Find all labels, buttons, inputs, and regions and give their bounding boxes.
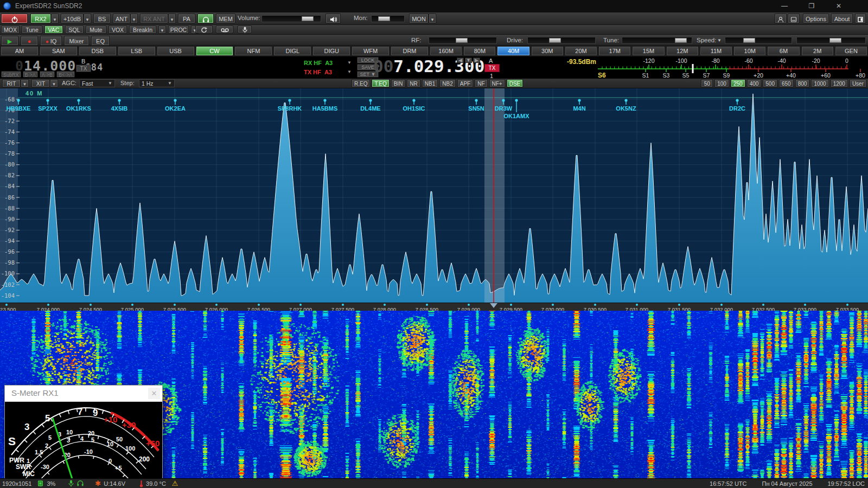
step-select[interactable]: 1 Hz▼ bbox=[139, 79, 175, 87]
power-button[interactable] bbox=[1, 14, 28, 23]
smeter-window-close[interactable]: ✕ bbox=[148, 388, 160, 399]
band-gen[interactable]: GEN bbox=[835, 46, 867, 56]
dsp-apf-button[interactable]: APF bbox=[457, 79, 473, 87]
mode-cw[interactable]: CW bbox=[196, 46, 234, 56]
tb2-proc-button[interactable]: PROC bbox=[168, 25, 189, 34]
ant-dropdown[interactable]: ▼ bbox=[130, 14, 138, 23]
dsp-req-button[interactable]: R.EQ bbox=[352, 79, 370, 87]
freq-right-button[interactable]: ▶ bbox=[473, 57, 480, 63]
rx-select-dropdown[interactable]: ▼ bbox=[51, 14, 59, 23]
tb2-tune-button[interactable]: Tune bbox=[22, 25, 42, 34]
pa-button[interactable]: PA bbox=[178, 14, 195, 23]
tb2-breakin-dropdown[interactable]: ▼ bbox=[158, 25, 166, 34]
rx-ant-dropdown[interactable]: ▼ bbox=[168, 14, 176, 23]
vfo-b-tx-button[interactable]: TX bbox=[76, 65, 91, 72]
about-button[interactable]: About bbox=[831, 14, 853, 23]
iq-button[interactable]: ● IQ bbox=[40, 36, 62, 46]
mixer-button[interactable]: Mixer bbox=[64, 36, 89, 46]
tb2-mute-button[interactable]: Mute bbox=[86, 25, 106, 34]
panorama-spectrum[interactable]: -68-70-72-74-76-78-80-82-84-86-88-90-92-… bbox=[0, 88, 868, 303]
band-80m[interactable]: 80M bbox=[463, 46, 496, 56]
window-titlebar[interactable]: ExpertSDR2 SunSDR2 — ❐ ✕ bbox=[0, 0, 868, 12]
minimize-button[interactable]: — bbox=[773, 0, 796, 12]
record-button[interactable]: ● bbox=[21, 36, 38, 46]
mode-nfm[interactable]: NFM bbox=[234, 46, 272, 56]
close-button[interactable]: ✕ bbox=[827, 0, 851, 12]
xit-dropdown[interactable]: ▼ bbox=[50, 79, 58, 87]
dsp-nb2-button[interactable]: NB2 bbox=[439, 79, 455, 87]
dsp-nf-button[interactable]: NF bbox=[475, 79, 487, 87]
device-button[interactable] bbox=[788, 14, 800, 23]
tb2-vox-button[interactable]: VOX bbox=[108, 25, 127, 34]
band-20m[interactable]: 20M bbox=[565, 46, 597, 56]
mon-dropdown[interactable]: ▼ bbox=[429, 14, 436, 23]
band-10m[interactable]: 10M bbox=[733, 46, 766, 56]
dsp-nf+-button[interactable]: NF+ bbox=[489, 79, 505, 87]
filter-400-button[interactable]: 400 bbox=[747, 79, 762, 87]
mode-digu[interactable]: DIGU bbox=[312, 46, 350, 56]
rit-button[interactable]: RIT bbox=[2, 79, 21, 87]
profile-button[interactable] bbox=[775, 14, 787, 23]
preamp-button[interactable]: +10dB bbox=[61, 14, 84, 23]
tb2-sql-button[interactable]: SQL bbox=[65, 25, 84, 34]
mode-digl[interactable]: DIGL bbox=[273, 46, 311, 56]
filter-100-button[interactable]: 100 bbox=[714, 79, 729, 87]
mode-wfm[interactable]: WFM bbox=[352, 46, 390, 56]
voice-recorder-button[interactable] bbox=[216, 25, 233, 33]
band-160m[interactable]: 160M bbox=[430, 46, 462, 56]
subvfo-subrx-button[interactable]: SubRX bbox=[1, 71, 21, 78]
headphones-button[interactable] bbox=[197, 14, 214, 23]
play-button[interactable]: ▶ bbox=[1, 36, 18, 46]
mode-drm[interactable]: DRM bbox=[391, 46, 429, 56]
xit-button[interactable]: XIT bbox=[31, 79, 50, 87]
mode-am[interactable]: AM bbox=[1, 46, 39, 56]
freq-left-button[interactable]: ◀ bbox=[457, 57, 464, 63]
mem-button[interactable]: MEM bbox=[216, 14, 235, 23]
band-6m[interactable]: 6M bbox=[767, 46, 800, 56]
tx-indicator-button[interactable]: TX bbox=[484, 64, 500, 72]
band-15m[interactable]: 15M bbox=[632, 46, 665, 56]
filter-800-button[interactable]: 800 bbox=[795, 79, 810, 87]
speed-slider[interactable] bbox=[725, 37, 792, 44]
rx-select-button[interactable]: RX2 bbox=[30, 14, 51, 23]
filter-50-button[interactable]: 50 bbox=[701, 79, 713, 87]
tb2-mox-button[interactable]: MOX bbox=[1, 25, 20, 34]
mode-dsb[interactable]: DSB bbox=[79, 46, 117, 56]
band-17m[interactable]: 17M bbox=[598, 46, 631, 56]
drive-slider[interactable] bbox=[527, 37, 596, 44]
mode-usb[interactable]: USB bbox=[157, 46, 195, 56]
mode-sam[interactable]: SAM bbox=[40, 46, 78, 56]
mode-lsb[interactable]: LSB bbox=[118, 46, 156, 56]
filter-1000-button[interactable]: 1000 bbox=[811, 79, 828, 87]
mon-button[interactable]: MON bbox=[409, 14, 429, 23]
speaker-button[interactable] bbox=[326, 14, 341, 23]
agc-select[interactable]: Fast▼ bbox=[79, 79, 115, 87]
rf-slider[interactable] bbox=[429, 37, 497, 44]
frequency-axis[interactable]: 023.5007.024.0007.024.5007.025.0007.025.… bbox=[0, 303, 868, 311]
band-30m[interactable]: 30M bbox=[531, 46, 564, 56]
smeter-window-titlebar[interactable]: S-Meter RX1 ✕ bbox=[5, 386, 162, 402]
freq-down-button[interactable]: ▼ bbox=[465, 57, 472, 63]
filter-500-button[interactable]: 500 bbox=[763, 79, 777, 87]
rit-dropdown[interactable]: ▼ bbox=[21, 79, 29, 87]
mon-slider[interactable] bbox=[371, 15, 405, 22]
band-12m[interactable]: 12M bbox=[666, 46, 699, 56]
bs-button[interactable]: BS bbox=[93, 14, 111, 23]
preamp-dropdown[interactable]: ▼ bbox=[84, 14, 91, 23]
subvfo-ba-button[interactable]: B<->A bbox=[56, 71, 75, 78]
band-40m[interactable]: 40M bbox=[497, 46, 529, 56]
maximize-button[interactable]: ❐ bbox=[800, 0, 824, 12]
options-button[interactable]: Options bbox=[803, 14, 829, 23]
ant-button[interactable]: ANT bbox=[113, 14, 130, 23]
tb2-vac-button[interactable]: VAC bbox=[44, 25, 63, 34]
filter-650-button[interactable]: 650 bbox=[779, 79, 794, 87]
layout-button[interactable] bbox=[855, 14, 866, 23]
band-2m[interactable]: 2M bbox=[801, 46, 834, 56]
filter-1200-button[interactable]: 1200 bbox=[831, 79, 848, 87]
dsp-dse-button[interactable]: DSE bbox=[507, 79, 524, 87]
aux-slider[interactable] bbox=[796, 37, 866, 44]
dsp-teq-button[interactable]: T.EQ bbox=[372, 79, 389, 87]
tuning-marker[interactable] bbox=[490, 303, 497, 308]
subvfo-ab-button[interactable]: A->B bbox=[40, 71, 55, 78]
subvfo-ba-button[interactable]: B->A bbox=[23, 71, 38, 78]
